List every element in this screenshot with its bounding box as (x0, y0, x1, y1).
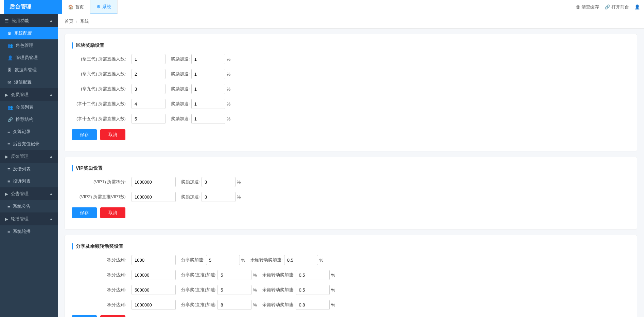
sidebar-group-announcement[interactable]: ▶ 公告管理 ▲ (0, 187, 58, 200)
share-row3-share-input[interactable] (217, 300, 251, 310)
share-reward-cancel-button[interactable]: 取消 (100, 315, 125, 317)
content-header: 首页 / 系统 (58, 14, 644, 29)
share-row1-share-group: 分享奖(直推)加速: % (181, 270, 257, 280)
block-row3-label: (拿十二代) 所需直推人数: (72, 101, 126, 107)
breadcrumb-separator: / (76, 19, 77, 24)
balance-percent-0: % (319, 258, 324, 263)
share-row3-share-label: 分享奖(直推)加速: (181, 302, 216, 308)
admin-icon: 👤 (7, 55, 13, 60)
vip-row0-value-input[interactable] (132, 177, 176, 187)
tab-system-label: 系统 (102, 4, 111, 10)
block-row3-bonus-input[interactable] (191, 99, 225, 109)
content-area: 首页 / 系统 区块奖励设置 (拿三代) 所需直推人数: 奖励加速: % (58, 14, 644, 317)
share-row2-share-label: 分享奖(直推)加速: (181, 287, 216, 293)
tab-system[interactable]: ⚙ 系统 (90, 0, 118, 14)
block-row1-bonus-input[interactable] (191, 69, 225, 79)
vip-row1-bonus-label: 奖励加速: (181, 194, 200, 200)
share-row3-label: 积分达到: (72, 302, 126, 308)
vip-percent-1: % (237, 194, 241, 200)
chevron-down-icon-feedback: ▲ (49, 154, 53, 158)
share-row1-value-input[interactable] (132, 270, 176, 280)
sidebar-group-announcement-label: ▶ 公告管理 (5, 191, 29, 197)
sms-icon: ✉ (7, 80, 11, 85)
block-row2-referrals-input[interactable] (132, 84, 166, 94)
block-row4-label: (拿十五代) 所需直推人数: (72, 116, 126, 122)
share-row3-value-input[interactable] (132, 300, 176, 310)
block-reward-cancel-button[interactable]: 取消 (100, 129, 125, 140)
general-group-icon: ☰ (5, 18, 9, 23)
vip-row0-bonus-input[interactable] (202, 177, 236, 187)
sidebar-item-system-carousel[interactable]: ≡ 系统轮播 (0, 225, 58, 238)
user-button[interactable]: 👤 (634, 4, 640, 10)
sidebar-item-feedback-list[interactable]: ≡ 反馈列表 (0, 163, 58, 175)
share-row1-balance-group: 余额转动奖加速: % (262, 270, 335, 280)
sidebar-group-feedback[interactable]: ▶ 反馈管理 ▲ (0, 150, 58, 163)
sidebar-item-system-config[interactable]: ⚙ 系统配置 (0, 27, 58, 39)
balance-percent-1: % (331, 273, 335, 278)
feedback-list-icon: ≡ (7, 167, 10, 172)
vip-reward-title: VIP奖励设置 (72, 165, 630, 171)
block-reward-row-2: (拿九代) 所需直推人数: 奖励加速: % (72, 84, 630, 94)
block-row0-bonus-label: 奖励加速: (171, 56, 190, 62)
block-row4-bonus-input[interactable] (191, 114, 225, 124)
sidebar: ☰ 统用功能 ▲ ⚙ 系统配置 👥 角色管理 👤 管理员管理 🗄 数据库管理 ✉… (0, 14, 58, 317)
share-row2-share-input[interactable] (217, 285, 251, 295)
share-row0-share-input[interactable] (206, 255, 240, 265)
vip-reward-cancel-button[interactable]: 取消 (100, 207, 125, 218)
share-row0-value-input[interactable] (132, 255, 176, 265)
announcement-icon: ≡ (7, 204, 10, 209)
block-row3-referrals-input[interactable] (132, 99, 166, 109)
open-frontend-button[interactable]: 🔗 打开前台 (605, 4, 629, 10)
vip-row1-bonus-input[interactable] (202, 192, 236, 202)
topbar-left: 后台管理 🏠 首页 ⚙ 系统 (4, 0, 118, 14)
share-percent-0: % (241, 258, 245, 263)
share-row3-balance-group: 余额转动奖加速: % (262, 300, 335, 310)
share-row3-balance-input[interactable] (296, 300, 330, 310)
sidebar-item-admin-management[interactable]: 👤 管理员管理 (0, 52, 58, 64)
sidebar-item-recommend-structure[interactable]: 🔗 推荐结构 (0, 113, 58, 126)
share-row2-label: 积分达到: (72, 287, 126, 293)
role-icon: 👥 (7, 43, 13, 48)
open-frontend-icon: 🔗 (605, 4, 610, 10)
sidebar-item-crowdfunding-records[interactable]: ≡ 众筹记录 (0, 126, 58, 138)
share-row3-balance-label: 余额转动奖加速: (262, 302, 295, 308)
sidebar-item-sms-config[interactable]: ✉ 短信配置 (0, 76, 58, 88)
block-row2-bonus-input[interactable] (191, 84, 225, 94)
chevron-down-icon-announcement: ▲ (49, 192, 53, 196)
feedback-group-icon: ▶ (5, 154, 8, 159)
system-icon: ⚙ (97, 4, 101, 9)
sidebar-group-carousel[interactable]: ▶ 轮播管理 ▲ (0, 212, 58, 225)
sidebar-item-member-list[interactable]: 👥 会员列表 (0, 101, 58, 113)
vip-row1-value-input[interactable] (132, 192, 176, 202)
open-frontend-label: 打开前台 (611, 4, 629, 10)
topbar: 后台管理 🏠 首页 ⚙ 系统 🗑 清空缓存 🔗 打开前台 👤 (0, 0, 644, 14)
logo-text: 后台管理 (10, 3, 31, 11)
tab-home[interactable]: 🏠 首页 (62, 0, 90, 14)
block-row1-referrals-input[interactable] (132, 69, 166, 79)
share-row1-share-input[interactable] (217, 270, 251, 280)
block-reward-save-button[interactable]: 保存 (72, 129, 97, 140)
block-row0-bonus-input[interactable] (191, 54, 225, 64)
share-row0-balance-input[interactable] (284, 255, 318, 265)
carousel-group-icon: ▶ (5, 217, 8, 222)
chevron-down-icon: ▲ (49, 19, 53, 23)
sidebar-item-role-management[interactable]: 👥 角色管理 (0, 39, 58, 52)
sidebar-item-recharge-records[interactable]: ≡ 后台充值记录 (0, 138, 58, 150)
vip-reward-save-button[interactable]: 保存 (72, 207, 97, 218)
share-reward-save-button[interactable]: 保存 (72, 315, 97, 317)
sidebar-item-complaint-list[interactable]: ≡ 投诉列表 (0, 175, 58, 187)
crowdfund-icon: ≡ (7, 129, 10, 134)
block-reward-title: 区块奖励设置 (72, 42, 630, 49)
share-row2-value-input[interactable] (132, 285, 176, 295)
share-row2-balance-input[interactable] (296, 285, 330, 295)
share-reward-title: 分享及余额转动奖设置 (72, 243, 630, 249)
sidebar-group-general[interactable]: ☰ 统用功能 ▲ (0, 14, 58, 27)
sidebar-item-system-announcement[interactable]: ≡ 系统公告 (0, 200, 58, 212)
block-row4-referrals-input[interactable] (132, 114, 166, 124)
share-row1-balance-input[interactable] (296, 270, 330, 280)
block-row0-referrals-input[interactable] (132, 54, 166, 64)
clear-cache-button[interactable]: 🗑 清空缓存 (576, 4, 599, 10)
sidebar-group-feedback-label: ▶ 反馈管理 (5, 153, 29, 160)
sidebar-item-db-management[interactable]: 🗄 数据库管理 (0, 64, 58, 76)
sidebar-group-members[interactable]: ▶ 会员管理 ▲ (0, 88, 58, 101)
